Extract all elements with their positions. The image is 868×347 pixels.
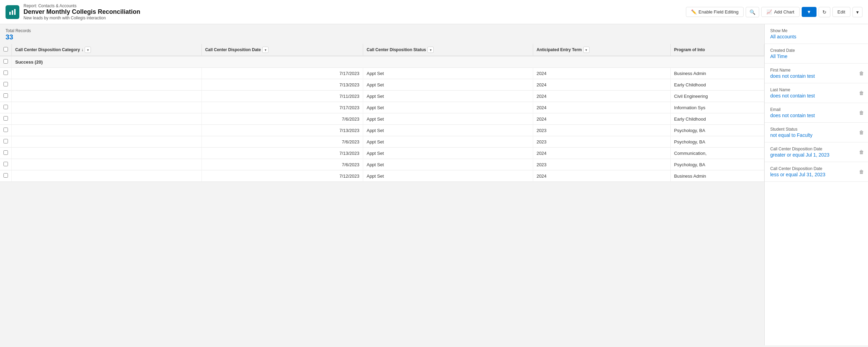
filter-item-last_name: Last Name does not contain test 🗑	[765, 83, 868, 103]
app-header: Report: Contacts & Accounts Denver Month…	[0, 0, 868, 24]
table-row: 7/13/2023 Appt Set 2024 Communication,	[0, 148, 764, 159]
cell-date-2: 7/11/2023	[201, 91, 363, 102]
header-date: Call Center Disposition Date ▾	[201, 44, 363, 56]
filter-item-show_me: Show Me All accounts	[765, 24, 868, 44]
pencil-icon: ✏️	[691, 9, 697, 15]
cell-date-4: 7/6/2023	[201, 113, 363, 125]
table-row: 7/17/2023 Appt Set 2024 Business Admin	[0, 68, 764, 79]
group-checkbox[interactable]	[3, 59, 8, 64]
filter-value-last_name: does not contain test	[770, 93, 862, 99]
cell-program-1: Early Childhood	[670, 79, 764, 91]
table-row: 7/6/2023 Appt Set 2023 Psychology, BA	[0, 159, 764, 170]
row-checkbox-3[interactable]	[3, 105, 8, 109]
cell-program-4: Early Childhood	[670, 113, 764, 125]
refresh-icon: ↻	[822, 9, 827, 15]
row-checkbox-5[interactable]	[3, 128, 8, 132]
filter-delete-student_status[interactable]: 🗑	[859, 130, 864, 135]
search-button[interactable]: 🔍	[746, 7, 759, 17]
filter-delete-first_name[interactable]: 🗑	[859, 71, 864, 76]
filter-item-cc_date_lte: Call Center Disposition Date less or equ…	[765, 162, 868, 182]
date-filter-btn[interactable]: ▾	[262, 47, 268, 53]
header-category: Call Center Disposition Category ↓ ▾	[12, 44, 202, 56]
cell-date-8: 7/6/2023	[201, 159, 363, 170]
refresh-button[interactable]: ↻	[819, 7, 830, 17]
status-filter-btn[interactable]: ▾	[427, 47, 434, 53]
filter-delete-cc_date_gte[interactable]: 🗑	[859, 149, 864, 155]
row-checkbox-2[interactable]	[3, 93, 8, 98]
add-chart-button[interactable]: 📈 Add Chart	[761, 7, 800, 17]
cell-date-9: 7/12/2023	[201, 170, 363, 182]
category-filter-btn[interactable]: ▾	[85, 47, 91, 53]
filter-delete-email[interactable]: 🗑	[859, 110, 864, 115]
header-status: Call Center Disposition Status ▾	[363, 44, 533, 56]
filter-label-created_date: Created Date	[770, 48, 862, 53]
cell-date-7: 7/13/2023	[201, 148, 363, 159]
row-checkbox-4[interactable]	[3, 116, 8, 121]
filter-value-created_date: All Time	[770, 54, 862, 59]
row-checkbox-7[interactable]	[3, 150, 8, 155]
cell-status-9: Appt Set	[363, 170, 533, 182]
cell-entry-term-5: 2023	[533, 125, 670, 136]
cell-date-0: 7/17/2023	[201, 68, 363, 79]
cell-category-5	[12, 125, 202, 136]
row-checkbox-6[interactable]	[3, 139, 8, 143]
app-icon	[6, 5, 19, 19]
filter-value-first_name: does not contain test	[770, 73, 862, 79]
search-icon: 🔍	[749, 9, 755, 15]
svg-rect-2	[14, 9, 16, 15]
table-row: 7/6/2023 Appt Set 2023 Psychology, BA	[0, 136, 764, 148]
cell-category-0	[12, 68, 202, 79]
cell-entry-term-9: 2024	[533, 170, 670, 182]
cell-date-3: 7/17/2023	[201, 102, 363, 113]
filter-delete-cc_date_lte[interactable]: 🗑	[859, 169, 864, 175]
filter-button[interactable]: ▼	[802, 7, 817, 17]
cell-program-6: Psychology, BA	[670, 136, 764, 148]
select-all-checkbox[interactable]	[3, 47, 8, 51]
cell-entry-term-2: 2024	[533, 91, 670, 102]
cell-entry-term-7: 2024	[533, 148, 670, 159]
row-checkbox-9[interactable]	[3, 173, 8, 178]
entry-term-filter-btn[interactable]: ▾	[583, 47, 589, 53]
cell-status-7: Appt Set	[363, 148, 533, 159]
filter-icon: ▼	[807, 9, 811, 15]
cell-entry-term-8: 2023	[533, 159, 670, 170]
row-checkbox-8[interactable]	[3, 162, 8, 166]
cell-program-7: Communication,	[670, 148, 764, 159]
data-table: Call Center Disposition Category ↓ ▾ Cal…	[0, 44, 764, 182]
cell-status-5: Appt Set	[363, 125, 533, 136]
records-summary: Total Records 33	[0, 24, 764, 44]
filter-item-student_status: Student Status not equal to Faculty 🗑	[765, 123, 868, 142]
cell-entry-term-4: 2024	[533, 113, 670, 125]
report-meta: Report: Contacts & Accounts Denver Month…	[23, 3, 140, 20]
table-header-row: Call Center Disposition Category ↓ ▾ Cal…	[0, 44, 764, 56]
cell-date-1: 7/13/2023	[201, 79, 363, 91]
more-options-button[interactable]: ▾	[852, 7, 862, 17]
header-actions: ✏️ Enable Field Editing 🔍 📈 Add Chart ▼ …	[686, 7, 862, 17]
row-checkbox-1[interactable]	[3, 82, 8, 86]
total-records-count: 33	[6, 33, 759, 41]
cell-program-8: Psychology, BA	[670, 159, 764, 170]
report-title: Denver Monthly Collegis Reconciliation	[23, 8, 140, 16]
svg-rect-1	[12, 10, 13, 15]
sort-icon: ↓	[81, 47, 83, 52]
table-row: 7/12/2023 Appt Set 2024 Business Admin	[0, 170, 764, 182]
edit-button[interactable]: Edit	[832, 7, 850, 17]
report-subtitle: New leads by month with Collegis interac…	[23, 16, 140, 20]
table-row: 7/6/2023 Appt Set 2024 Early Childhood	[0, 113, 764, 125]
filter-value-student_status: not equal to Faculty	[770, 132, 862, 138]
cell-date-5: 7/13/2023	[201, 125, 363, 136]
table-row: 7/13/2023 Appt Set 2023 Psychology, BA	[0, 125, 764, 136]
cell-status-4: Appt Set	[363, 113, 533, 125]
filter-sidebar: Show Me All accounts Created Date All Ti…	[764, 24, 868, 345]
filter-delete-last_name[interactable]: 🗑	[859, 90, 864, 96]
cell-status-3: Appt Set	[363, 102, 533, 113]
filter-label-cc_date_lte: Call Center Disposition Date	[770, 166, 862, 171]
filter-value-cc_date_lte: less or equal Jul 31, 2023	[770, 172, 862, 177]
cell-category-9	[12, 170, 202, 182]
filter-value-show_me: All accounts	[770, 34, 862, 39]
row-checkbox-0[interactable]	[3, 71, 8, 75]
enable-field-editing-button[interactable]: ✏️ Enable Field Editing	[686, 7, 744, 17]
filter-label-first_name: First Name	[770, 68, 862, 73]
filter-label-last_name: Last Name	[770, 87, 862, 92]
svg-rect-0	[9, 12, 11, 15]
